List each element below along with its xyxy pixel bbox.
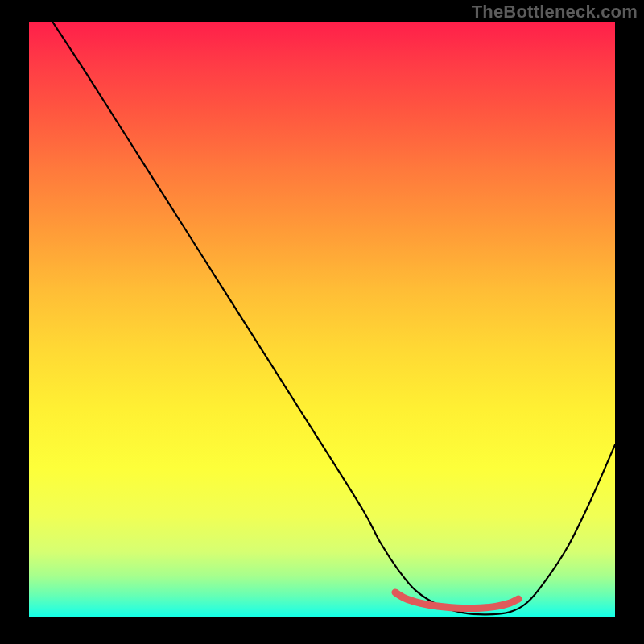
red-marker-band (395, 592, 518, 609)
chart-container: TheBottleneck.com (0, 0, 644, 644)
curves-svg (29, 22, 615, 617)
black-curve (52, 22, 615, 614)
plot-area (29, 22, 615, 617)
watermark-text: TheBottleneck.com (472, 2, 638, 23)
